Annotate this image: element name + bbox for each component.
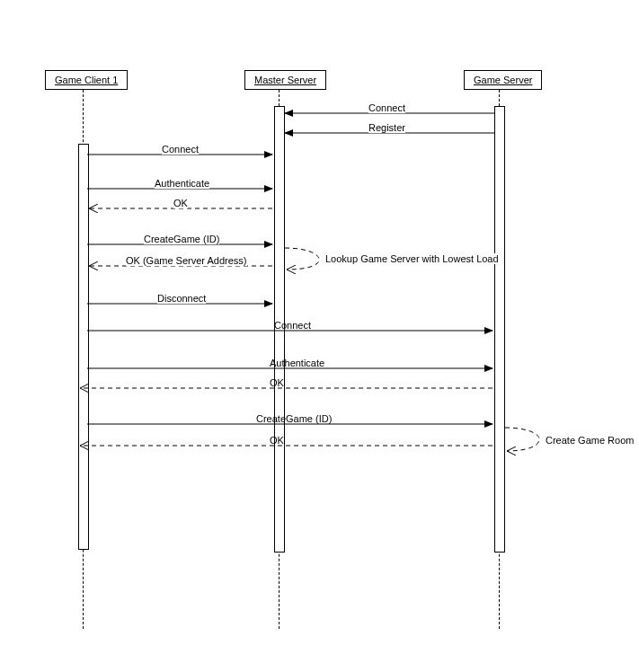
msg-connect-3: Connect	[274, 320, 311, 331]
msg-register: Register	[368, 122, 405, 133]
note-create-room: Create Game Room	[546, 435, 634, 446]
participant-master: Master Server	[244, 70, 326, 90]
note-lookup: Lookup Game Server with Lowest Load	[325, 253, 499, 264]
msg-creategame-2: CreateGame (ID)	[256, 413, 332, 424]
activation-game	[494, 106, 505, 553]
participant-game: Game Server	[464, 70, 542, 90]
msg-authenticate-1: Authenticate	[155, 178, 209, 189]
msg-creategame-1: CreateGame (ID)	[144, 234, 219, 244]
msg-ok-1: OK	[173, 198, 188, 208]
msg-ok-3: OK	[270, 435, 284, 446]
activation-client	[78, 144, 89, 550]
msg-connect-1: Connect	[368, 102, 405, 113]
msg-disconnect: Disconnect	[157, 293, 206, 304]
msg-ok-2: OK	[270, 377, 284, 388]
participant-client: Game Client 1	[45, 70, 128, 90]
sequence-diagram: Game Client 1 Master Server Game Server	[0, 0, 639, 672]
arrows-layer	[0, 0, 639, 672]
msg-ok-addr: OK (Game Server Address)	[126, 255, 247, 266]
msg-authenticate-2: Authenticate	[270, 358, 324, 368]
msg-connect-2: Connect	[162, 144, 199, 155]
